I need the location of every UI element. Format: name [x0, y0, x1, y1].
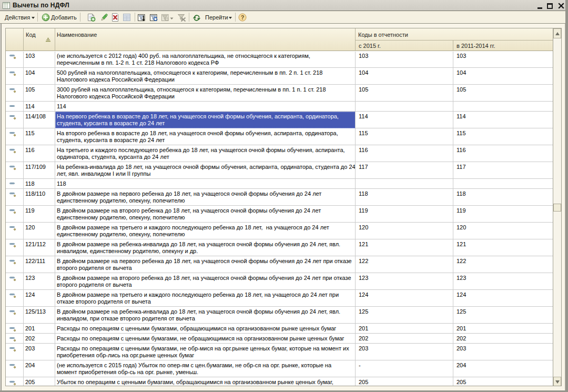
svg-text:?: ? [241, 14, 245, 21]
